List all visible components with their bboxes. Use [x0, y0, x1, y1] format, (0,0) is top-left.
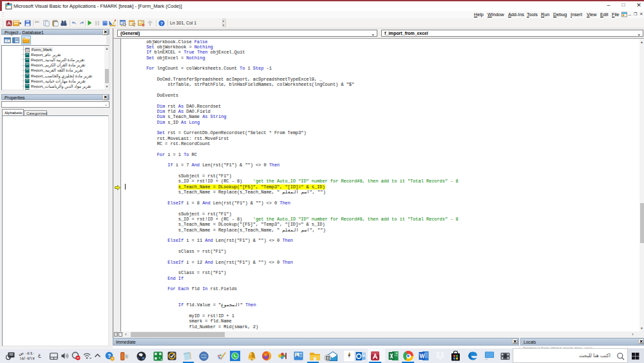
- svg-text:?: ?: [108, 352, 111, 358]
- svg-text:?: ?: [160, 21, 163, 25]
